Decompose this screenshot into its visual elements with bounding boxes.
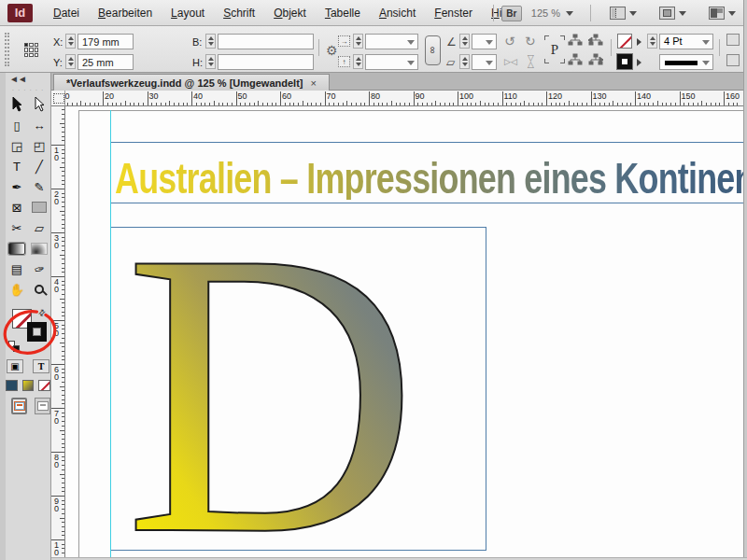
rectangle-tool[interactable]	[28, 197, 50, 217]
eyedropper-tool[interactable]: ✑	[28, 259, 50, 279]
x-position-field[interactable]	[78, 34, 134, 49]
flip-vertical-icon[interactable]: ▷◁	[527, 55, 536, 68]
screen-mode-button[interactable]	[659, 7, 686, 20]
transparency-icon[interactable]	[726, 34, 740, 46]
selection-tool[interactable]	[6, 94, 28, 115]
stroke-flyout-arrow-icon[interactable]	[637, 59, 641, 66]
stroke-swatch-black[interactable]	[617, 54, 632, 69]
chevron-down-icon	[629, 11, 637, 16]
rotate-ccw-icon[interactable]: ↺	[504, 34, 515, 49]
scale-x-combo[interactable]	[365, 34, 418, 49]
y-stepper[interactable]	[65, 54, 76, 69]
direct-selection-tool[interactable]	[28, 94, 50, 115]
constrain-scale-link-button[interactable]: ∞	[425, 35, 441, 65]
zoom-level-dropdown[interactable]: 125 %	[531, 7, 573, 19]
menu-schrift[interactable]: Schrift	[214, 3, 264, 23]
height-field[interactable]	[218, 54, 314, 70]
type-tool[interactable]: T	[6, 156, 28, 176]
constrain-dimensions-icon[interactable]: ⚙	[326, 43, 338, 58]
x-stepper[interactable]	[65, 34, 76, 49]
stroke-weight-combo[interactable]: 4 Pt	[659, 34, 713, 49]
close-icon[interactable]: ×	[310, 77, 316, 89]
menu-tabelle[interactable]: Tabelle	[316, 3, 370, 23]
apply-color-button[interactable]	[6, 380, 18, 391]
rotation-combo[interactable]	[472, 34, 497, 49]
fill-flyout-arrow-icon[interactable]	[637, 38, 641, 46]
document-tab-title: *Verlaufswerkzeug.indd @ 125 % [Umgewand…	[66, 77, 303, 89]
collapse-panel-icon[interactable]: ◄◄	[6, 73, 50, 85]
flip-horizontal-icon[interactable]: ▷◁	[504, 57, 517, 66]
gap-tool[interactable]: ↔	[28, 115, 50, 135]
document-canvas[interactable]: Australien – Impressionen eines Kontinen…	[65, 106, 747, 560]
preview-mode-button[interactable]	[35, 398, 50, 414]
content-collector-tool[interactable]: ◲	[6, 135, 28, 156]
panel-grip[interactable]	[5, 33, 9, 66]
rotation-angle-icon: ∠	[446, 35, 457, 49]
scissors-tool[interactable]: ✂	[6, 217, 28, 238]
scale-x-stepper[interactable]	[353, 34, 363, 49]
menu-bearbeiten[interactable]: Bearbeiten	[89, 3, 162, 23]
menu-ansicht[interactable]: Ansicht	[370, 3, 425, 23]
rotation-stepper[interactable]	[459, 34, 470, 49]
margin-guide-vertical[interactable]	[110, 110, 111, 560]
gradient-swatch-tool[interactable]	[6, 238, 28, 259]
headline-text[interactable]: Australien – Impressionen eines Kontinen…	[115, 153, 747, 200]
scissors-tool-icon: ✂	[12, 222, 22, 234]
apply-gradient-button[interactable]	[22, 380, 35, 391]
menu-layout[interactable]: Layout	[162, 3, 214, 23]
fill-swatch-none[interactable]	[617, 34, 632, 49]
shear-stepper[interactable]	[459, 54, 470, 69]
select-next-object-icon[interactable]	[568, 53, 583, 67]
panel-drag-grip[interactable]: · · · · · ·	[6, 85, 50, 94]
headline-frame-top-edge	[110, 142, 747, 143]
formatting-affects-text-button[interactable]: T	[33, 359, 49, 373]
stroke-swatch[interactable]	[27, 322, 47, 342]
free-transform-tool[interactable]: ▱	[28, 217, 50, 238]
line-tool[interactable]: ╱	[28, 156, 50, 176]
width-field[interactable]	[218, 34, 314, 49]
page-tool[interactable]: ▯	[6, 115, 28, 135]
pencil-tool[interactable]: ✎	[28, 176, 50, 197]
stroke-type-combo[interactable]	[659, 54, 713, 70]
rotate-cw-icon[interactable]: ↻	[525, 34, 536, 49]
vertical-ruler[interactable]: 1 02 03 04 05 06 07 08 09 01 0 0	[51, 106, 65, 560]
stroke-weight-stepper[interactable]	[647, 34, 657, 49]
horizontal-ruler[interactable]: 102030405060708090100110120130140150160	[51, 91, 747, 106]
select-container-content-icon[interactable]	[588, 53, 603, 67]
zoom-tool[interactable]	[28, 279, 50, 300]
shear-combo[interactable]	[472, 54, 497, 70]
menu-objekt[interactable]: Objekt	[264, 3, 316, 23]
menu-fenster[interactable]: Fenster	[425, 3, 482, 23]
document-tab[interactable]: *Verlaufswerkzeug.indd @ 125 % [Umgewand…	[53, 74, 330, 91]
pen-tool[interactable]: ✒	[6, 176, 28, 197]
bridge-button[interactable]: Br	[501, 6, 522, 21]
width-stepper[interactable]	[205, 34, 216, 49]
pen-tool-icon: ✒	[12, 181, 22, 193]
select-content-button[interactable]: P	[544, 35, 565, 63]
ruler-origin-corner[interactable]	[51, 91, 65, 106]
arrange-documents-button[interactable]	[709, 7, 736, 20]
scale-y-combo[interactable]	[365, 54, 418, 70]
menu-datei[interactable]: Datei	[44, 3, 89, 23]
select-container-icon[interactable]	[568, 34, 583, 48]
menu-bar: Id DateiBearbeitenLayoutSchriftObjektTab…	[0, 0, 747, 26]
frame-tool[interactable]: ⊠	[6, 197, 28, 217]
y-position-field[interactable]	[78, 54, 134, 70]
drop-cap-letter[interactable]: D	[124, 228, 418, 552]
select-previous-object-icon[interactable]	[588, 34, 603, 48]
note-tool[interactable]: ▤	[6, 259, 28, 279]
default-fill-stroke-icon[interactable]	[8, 341, 20, 352]
height-stepper[interactable]	[205, 54, 216, 69]
swap-fill-stroke-icon[interactable]: ⇄	[36, 307, 48, 318]
view-options-button[interactable]	[610, 7, 637, 20]
reference-point-proxy[interactable]	[24, 43, 38, 57]
scale-y-stepper[interactable]	[353, 54, 363, 69]
formatting-affects-container-button[interactable]: ▣	[7, 359, 23, 373]
hand-tool[interactable]: ✋	[6, 279, 28, 300]
normal-view-mode-button[interactable]	[11, 398, 27, 414]
drop-cap-frame[interactable]: D	[110, 227, 486, 551]
apply-none-button[interactable]	[38, 380, 50, 391]
effects-icon[interactable]	[726, 54, 740, 66]
gradient-feather-tool[interactable]	[28, 238, 50, 259]
content-placer-tool[interactable]: ◰	[28, 135, 50, 156]
